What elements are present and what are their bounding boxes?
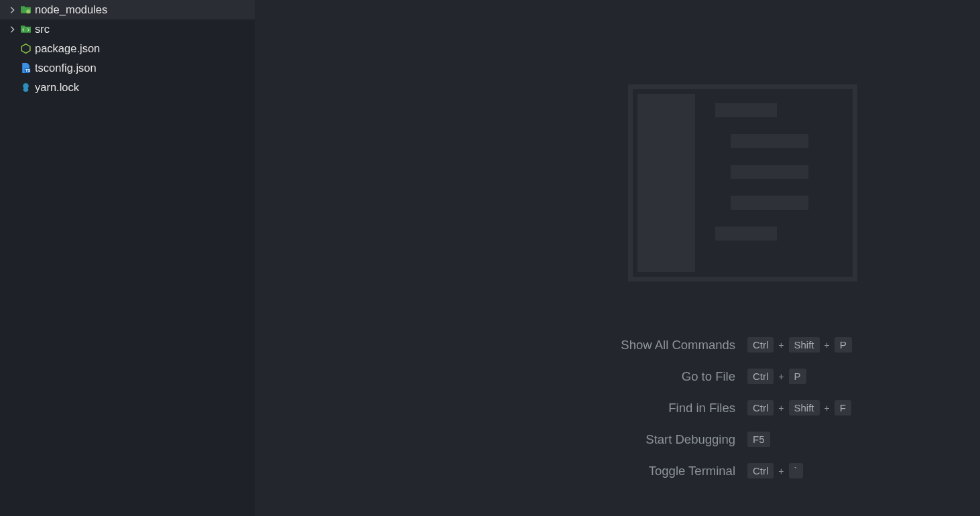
shortcut-label: Go to File bbox=[288, 369, 747, 384]
shortcut-label: Start Debugging bbox=[288, 432, 747, 447]
tree-file-yarn-lock[interactable]: yarn.lock bbox=[0, 78, 255, 97]
folder-nodejs-icon bbox=[19, 4, 32, 15]
ts-json-icon: TS bbox=[19, 62, 32, 74]
plus-icon: + bbox=[778, 403, 784, 413]
shortcut-go-to-file[interactable]: Go to File Ctrl + P bbox=[288, 361, 959, 392]
chevron-right-icon bbox=[5, 5, 19, 15]
tree-item-label: tsconfig.json bbox=[35, 62, 97, 74]
keycap: Ctrl bbox=[747, 369, 774, 385]
keycap: P bbox=[835, 337, 852, 353]
tree-item-label: yarn.lock bbox=[35, 81, 79, 94]
keycap: P bbox=[789, 369, 806, 385]
tree-folder-src[interactable]: src bbox=[0, 19, 255, 39]
tree-item-label: src bbox=[35, 23, 50, 36]
editor-watermark-icon bbox=[628, 84, 857, 281]
plus-icon: + bbox=[824, 403, 831, 413]
shortcut-label: Toggle Terminal bbox=[288, 464, 747, 478]
plus-icon: + bbox=[778, 340, 784, 350]
plus-icon: + bbox=[824, 340, 831, 350]
shortcut-show-all-commands[interactable]: Show All Commands Ctrl + Shift + P bbox=[288, 329, 959, 361]
keycap: Ctrl bbox=[747, 337, 774, 353]
keycap: Shift bbox=[789, 337, 820, 353]
tree-file-tsconfig-json[interactable]: TS tsconfig.json bbox=[0, 58, 255, 78]
svg-point-0 bbox=[26, 9, 30, 13]
svg-text:TS: TS bbox=[25, 68, 30, 72]
shortcut-toggle-terminal[interactable]: Toggle Terminal Ctrl + ` bbox=[288, 455, 959, 487]
editor-empty-state: Show All Commands Ctrl + Shift + P Go to… bbox=[255, 0, 980, 516]
keycap: F bbox=[835, 400, 851, 416]
keycap: Shift bbox=[789, 400, 820, 416]
tree-file-package-json[interactable]: package.json bbox=[0, 39, 255, 58]
shortcut-label: Show All Commands bbox=[288, 338, 747, 352]
shortcut-label: Find in Files bbox=[288, 401, 747, 415]
nodejs-icon bbox=[19, 43, 32, 54]
shortcut-find-in-files[interactable]: Find in Files Ctrl + Shift + F bbox=[288, 392, 959, 424]
tree-item-label: node_modules bbox=[35, 3, 107, 16]
yarn-icon bbox=[19, 82, 32, 93]
keycap: F5 bbox=[747, 432, 770, 448]
keycap: Ctrl bbox=[747, 463, 774, 479]
chevron-right-icon bbox=[5, 25, 19, 34]
keycap: Ctrl bbox=[747, 400, 774, 416]
shortcut-hints: Show All Commands Ctrl + Shift + P Go to… bbox=[288, 329, 959, 487]
file-explorer: node_modules src package.jso bbox=[0, 0, 255, 516]
tree-item-label: package.json bbox=[35, 42, 100, 55]
shortcut-start-debugging[interactable]: Start Debugging F5 bbox=[288, 424, 959, 455]
keycap: ` bbox=[789, 463, 803, 479]
folder-src-icon bbox=[19, 23, 32, 35]
plus-icon: + bbox=[778, 371, 784, 382]
plus-icon: + bbox=[778, 466, 784, 476]
tree-folder-node-modules[interactable]: node_modules bbox=[0, 0, 255, 19]
